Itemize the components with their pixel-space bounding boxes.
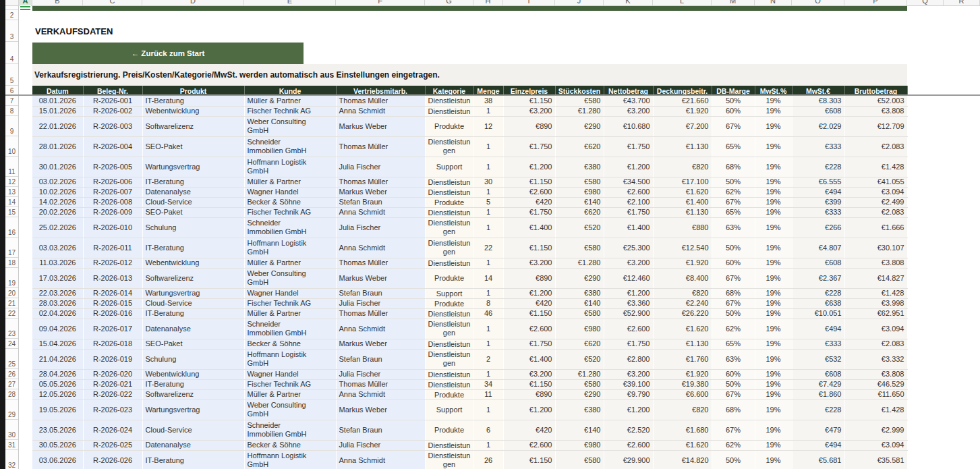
cell-kunde[interactable]: Wagner Handel [244, 187, 336, 197]
cell-datum[interactable]: 11.03.2026 [32, 258, 83, 268]
cell-deckungsbeitrag[interactable]: €12.540 [653, 238, 712, 258]
cell-kategorie[interactable]: Dienstleistun [425, 207, 473, 217]
cell-bruttobetrag[interactable]: €1.428 [844, 399, 907, 420]
cell-einzelpreis[interactable]: €1.200 [503, 288, 555, 298]
cell-kategorie[interactable]: Produkte [425, 420, 473, 440]
row-number-30[interactable]: 30 [5, 420, 18, 440]
cell-db-marge[interactable]: 68% [712, 288, 755, 298]
cell-menge[interactable]: 11 [473, 389, 503, 399]
cell-produkt[interactable]: Webentwicklung [142, 369, 244, 379]
cell-vertriebsmitarb[interactable]: Anna Schmidt [336, 450, 425, 469]
cell-db-marge[interactable]: 67% [712, 420, 755, 440]
cell-db-marge[interactable]: 60% [712, 258, 755, 268]
cell-beleg-nr[interactable]: R-2026-008 [83, 197, 142, 207]
cell-db-marge[interactable]: 60% [712, 369, 755, 379]
cell-kategorie[interactable]: Dienstleistun gen [425, 238, 473, 258]
cell-nettobetrag[interactable]: €1.200 [604, 157, 653, 177]
cell-db-marge[interactable]: 67% [712, 389, 755, 399]
cell-datum[interactable]: 05.05.2026 [32, 379, 83, 389]
cell-produkt[interactable]: IT-Beratung [142, 96, 244, 106]
column-letter-H[interactable]: H [473, 0, 503, 5]
cell-datum[interactable]: 25.02.2026 [32, 217, 83, 238]
row-number-29[interactable]: 29 [5, 399, 18, 420]
cell-kunde[interactable]: Müller & Partner [244, 258, 336, 268]
cell-kategorie[interactable]: Dienstleistun [425, 369, 473, 379]
cell-mwst-prozent[interactable]: 19% [755, 339, 792, 349]
row-number-14[interactable]: 14 [5, 197, 18, 207]
row-number-3[interactable]: 3 [5, 20, 18, 42]
cell-vertriebsmitarb[interactable]: Julia Fischer [336, 298, 425, 308]
cell-nettobetrag[interactable]: €3.200 [604, 369, 653, 379]
row-number-10[interactable]: 10 [5, 136, 18, 157]
cell-einzelpreis[interactable]: €890 [503, 389, 555, 399]
cell-deckungsbeitrag[interactable]: €14.820 [653, 450, 712, 469]
cell-vertriebsmitarb[interactable]: Stefan Braun [336, 349, 425, 369]
cell-menge[interactable]: 22 [473, 238, 503, 258]
cell-kunde[interactable]: Schneider Immobilien GmbH [244, 217, 336, 238]
cell-menge[interactable]: 1 [473, 288, 503, 298]
cell-vertriebsmitarb[interactable]: Julia Fischer [336, 157, 425, 177]
cell-bruttobetrag[interactable]: €3.094 [844, 187, 907, 197]
cell-beleg-nr[interactable]: R-2026-011 [83, 238, 142, 258]
cell-datum[interactable]: 28.04.2026 [32, 369, 83, 379]
cell-db-marge[interactable]: 67% [712, 298, 755, 308]
cell-vertriebsmitarb[interactable]: Thomas Müller [336, 379, 425, 389]
cell-mwst-prozent[interactable]: 19% [755, 238, 792, 258]
cell-kategorie[interactable]: Produkte [425, 298, 473, 308]
cell-stueckkosten[interactable]: €580 [555, 238, 604, 258]
cell-nettobetrag[interactable]: €12.460 [604, 268, 653, 288]
cell-beleg-nr[interactable]: R-2026-023 [83, 399, 142, 420]
cell-mwst-eur[interactable]: €608 [792, 369, 844, 379]
cell-kategorie[interactable]: Dienstleistun gen [425, 349, 473, 369]
cell-einzelpreis[interactable]: €1.750 [503, 207, 555, 217]
cell-vertriebsmitarb[interactable]: Julia Fischer [336, 369, 425, 379]
cell-bruttobetrag[interactable]: €3.094 [844, 440, 907, 450]
cell-mwst-eur[interactable]: €608 [792, 258, 844, 268]
cell-nettobetrag[interactable]: €1.200 [604, 399, 653, 420]
cell-vertriebsmitarb[interactable]: Anna Schmidt [336, 207, 425, 217]
column-letter-Q[interactable]: Q [907, 0, 944, 5]
cell-db-marge[interactable]: 50% [712, 96, 755, 106]
cell-mwst-eur[interactable]: €266 [792, 217, 844, 238]
cell-mwst-prozent[interactable]: 19% [755, 349, 792, 369]
cell-menge[interactable]: 30 [473, 177, 503, 187]
row-number-2[interactable]: 2 [5, 10, 18, 20]
cell-einzelpreis[interactable]: €2.600 [503, 187, 555, 197]
cell-kunde[interactable]: Hoffmann Logistik GmbH [244, 157, 336, 177]
cell-db-marge[interactable]: 62% [712, 319, 755, 339]
cell-kunde[interactable]: Hoffmann Logistik GmbH [244, 238, 336, 258]
cell-mwst-eur[interactable]: €494 [792, 440, 844, 450]
cell-menge[interactable]: 5 [473, 197, 503, 207]
column-letter-N[interactable]: N [755, 0, 792, 5]
cell-einzelpreis[interactable]: €1.150 [503, 379, 555, 389]
cell-bruttobetrag[interactable]: €2.083 [844, 207, 907, 217]
cell-stueckkosten[interactable]: €290 [555, 389, 604, 399]
cell-db-marge[interactable]: 50% [712, 379, 755, 389]
cell-stueckkosten[interactable]: €1.280 [555, 369, 604, 379]
cell-datum[interactable]: 22.03.2026 [32, 288, 83, 298]
cell-nettobetrag[interactable]: €2.600 [604, 319, 653, 339]
cell-beleg-nr[interactable]: R-2026-003 [83, 116, 142, 136]
cell-deckungsbeitrag[interactable]: €17.100 [653, 177, 712, 187]
cell-kunde[interactable]: Weber Consulting GmbH [244, 399, 336, 420]
column-letter-C[interactable]: C [83, 0, 142, 5]
column-letter-L[interactable]: L [653, 0, 712, 5]
cell-kategorie[interactable]: Support [425, 399, 473, 420]
cell-produkt[interactable]: Softwarelizenz [142, 389, 244, 399]
cell-bruttobetrag[interactable]: €2.083 [844, 136, 907, 157]
cell-db-marge[interactable]: 50% [712, 450, 755, 469]
cell-datum[interactable]: 12.05.2026 [32, 389, 83, 399]
cell-mwst-eur[interactable]: €228 [792, 288, 844, 298]
cell-kunde[interactable]: Weber Consulting GmbH [244, 268, 336, 288]
cell-bruttobetrag[interactable]: €1.666 [844, 217, 907, 238]
cell-produkt[interactable]: Wartungsvertrag [142, 288, 244, 298]
cell-einzelpreis[interactable]: €1.150 [503, 177, 555, 187]
column-letter-D[interactable]: D [142, 0, 244, 5]
cell-produkt[interactable]: SEO-Paket [142, 136, 244, 157]
cell-deckungsbeitrag[interactable]: €820 [653, 288, 712, 298]
cell-datum[interactable]: 15.04.2026 [32, 339, 83, 349]
cell-nettobetrag[interactable]: €1.200 [604, 288, 653, 298]
cell-nettobetrag[interactable]: €2.520 [604, 420, 653, 440]
cell-beleg-nr[interactable]: R-2026-015 [83, 298, 142, 308]
cell-datum[interactable]: 10.02.2026 [32, 187, 83, 197]
